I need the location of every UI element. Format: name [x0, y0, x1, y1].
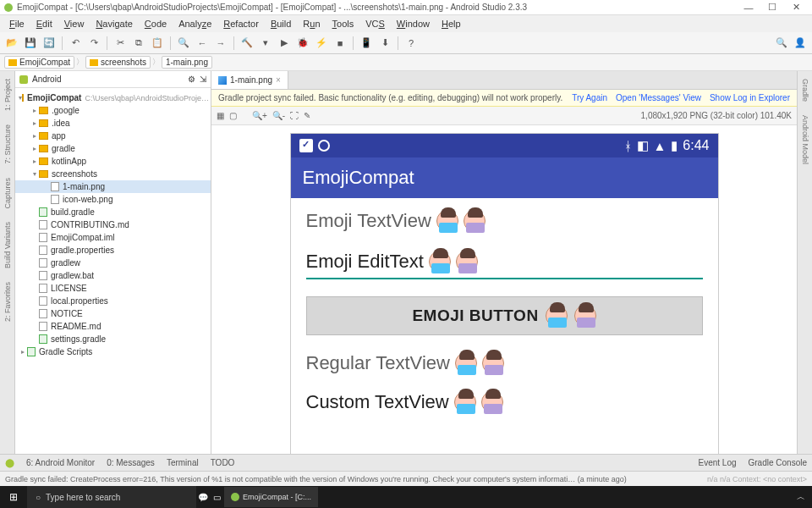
menu-refactor[interactable]: Refactor	[218, 17, 264, 30]
tree-collapse-icon[interactable]: ⇲	[200, 75, 206, 84]
tree-item[interactable]: ▸app	[15, 130, 211, 142]
emoji-button[interactable]: EMOJI BUTTON	[306, 296, 703, 335]
menu-file[interactable]: File	[4, 17, 30, 30]
tree-item[interactable]: gradlew	[15, 257, 211, 269]
notice-try-again-link[interactable]: Try Again	[572, 93, 607, 102]
taskbar-app[interactable]: EmojiCompat - [C:...	[224, 487, 318, 507]
tree-item[interactable]: ▸.idea	[15, 117, 211, 130]
tree-item[interactable]: gradlew.bat	[15, 269, 211, 282]
taskbar-search[interactable]: ○ Type here to search	[27, 486, 196, 508]
sdk-manager-icon[interactable]: ⬇	[377, 36, 392, 51]
tree-item[interactable]: ▸gradle	[15, 142, 211, 155]
zoom-out-icon[interactable]: 🔍-	[272, 111, 285, 120]
cut-icon[interactable]: ✂	[112, 36, 128, 51]
gutter-gradle[interactable]: Gradle	[801, 75, 809, 105]
zoom-fit-icon[interactable]: ⛶	[290, 111, 299, 120]
crumb-project[interactable]: EmojiCompat	[4, 56, 74, 69]
system-tray[interactable]: ︿	[790, 491, 812, 503]
open-icon[interactable]: 📂	[4, 36, 19, 51]
cortana-icon[interactable]: 💬	[196, 490, 210, 504]
tree-item[interactable]: local.properties	[15, 295, 211, 307]
tree-item[interactable]: CONTRIBUTING.md	[15, 218, 211, 231]
emoji-edittext[interactable]: Emoji EditText	[306, 249, 703, 279]
stop-icon[interactable]: ■	[332, 36, 348, 51]
start-button[interactable]: ⊞	[0, 491, 27, 503]
gutter-android-model[interactable]: Android Model	[801, 112, 809, 168]
save-icon[interactable]: 💾	[23, 36, 38, 51]
undo-icon[interactable]: ↶	[68, 36, 83, 51]
find-icon[interactable]: 🔍	[176, 36, 191, 51]
notice-open-messages-link[interactable]: Open 'Messages' View	[616, 93, 701, 102]
gutter-captures[interactable]: Captures	[3, 174, 12, 213]
menu-view[interactable]: View	[59, 17, 90, 30]
notice-show-log-link[interactable]: Show Log in Explorer	[710, 93, 790, 102]
sync-icon[interactable]: 🔄	[41, 36, 57, 51]
menu-edit[interactable]: Edit	[31, 17, 58, 30]
menu-build[interactable]: Build	[266, 17, 296, 30]
tab-todo[interactable]: TODO	[211, 458, 235, 467]
tree-item[interactable]: build.gradle	[15, 206, 211, 218]
menu-analyze[interactable]: Analyze	[173, 17, 217, 30]
menu-code[interactable]: Code	[140, 17, 172, 30]
tree-item[interactable]: ▸kotlinApp	[15, 155, 211, 168]
chevron-up-icon[interactable]: ︿	[797, 491, 805, 503]
gutter-build-variants[interactable]: Build Variants	[3, 218, 12, 272]
tree-mode-dropdown[interactable]: Android	[32, 75, 61, 84]
tree-item[interactable]: NOTICE	[15, 307, 211, 320]
tree-gradle-scripts[interactable]: ▸Gradle Scripts	[15, 345, 211, 358]
window-close-button[interactable]: ✕	[784, 2, 808, 13]
menu-vcs[interactable]: VCS	[360, 17, 390, 30]
tree-settings-icon[interactable]: ⚙	[188, 75, 195, 84]
tree-item[interactable]: ▾screenshots	[15, 168, 211, 180]
tree-item[interactable]: ▸.google	[15, 104, 211, 117]
gutter-structure[interactable]: 7: Structure	[3, 121, 12, 168]
menu-help[interactable]: Help	[436, 17, 466, 30]
tab-terminal[interactable]: Terminal	[167, 458, 199, 467]
help-icon[interactable]: ?	[403, 36, 419, 51]
tab-android-monitor[interactable]: 6: Android Monitor	[26, 458, 95, 467]
gutter-project[interactable]: 1: Project	[3, 75, 12, 114]
back-icon[interactable]: ←	[195, 36, 210, 51]
menu-tools[interactable]: Tools	[327, 17, 359, 30]
grid-icon[interactable]: ▦	[217, 111, 224, 120]
tab-gradle-console[interactable]: Gradle Console	[749, 458, 807, 467]
tree-item[interactable]: LICENSE	[15, 282, 211, 295]
menu-run[interactable]: Run	[298, 17, 325, 30]
forward-icon[interactable]: →	[213, 36, 228, 51]
editor-tab[interactable]: 1-main.png ×	[211, 71, 288, 89]
debug-icon[interactable]: 🐞	[295, 36, 310, 51]
redo-icon[interactable]: ↷	[86, 36, 102, 51]
apply-changes-icon[interactable]: ⚡	[314, 36, 329, 51]
tree-item[interactable]: icon-web.png	[15, 193, 211, 206]
paste-icon[interactable]: 📋	[150, 36, 165, 51]
tree-root[interactable]: ▾EmojiCompatC:\Users\qbap\AndroidStudioP…	[15, 91, 211, 104]
color-picker-icon[interactable]: ✎	[304, 111, 310, 120]
search-everywhere-icon[interactable]: 🔍	[774, 36, 789, 51]
tab-event-log[interactable]: Event Log	[698, 458, 736, 467]
task-view-icon[interactable]: ▭	[210, 490, 223, 504]
border-icon[interactable]: ▢	[229, 111, 237, 120]
tree-item[interactable]: gradle.properties	[15, 244, 211, 257]
tab-messages[interactable]: 0: Messages	[107, 458, 155, 467]
tree-item[interactable]: README.md	[15, 320, 211, 333]
zoom-in-icon[interactable]: 🔍+	[252, 111, 267, 120]
run-icon[interactable]: ▶	[277, 36, 292, 51]
tree-body[interactable]: ▾EmojiCompatC:\Users\qbap\AndroidStudioP…	[15, 88, 211, 454]
gutter-favorites[interactable]: 2: Favorites	[3, 279, 12, 325]
window-minimize-button[interactable]: —	[737, 3, 760, 13]
crumb-folder[interactable]: screenshots	[85, 56, 151, 69]
make-icon[interactable]: 🔨	[239, 36, 255, 51]
avd-manager-icon[interactable]: 📱	[359, 36, 374, 51]
window-maximize-button[interactable]: ☐	[760, 2, 784, 13]
menu-window[interactable]: Window	[392, 17, 435, 30]
tab-close-icon[interactable]: ×	[276, 75, 281, 85]
crumb-file[interactable]: 1-main.png	[162, 56, 212, 69]
config-dropdown[interactable]: ▾	[258, 36, 273, 51]
gravatar-icon[interactable]: 👤	[793, 36, 808, 51]
menu-navigate[interactable]: Navigate	[91, 17, 137, 30]
tree-item[interactable]: EmojiCompat.iml	[15, 231, 211, 244]
tree-item[interactable]: 1-main.png	[15, 180, 211, 193]
image-canvas[interactable]: ✓ ᚼ ◧ ▲ ▮ 6:44 EmojiCompat Emoji TextVie…	[211, 125, 797, 454]
copy-icon[interactable]: ⧉	[131, 36, 146, 51]
tree-item[interactable]: settings.gradle	[15, 333, 211, 345]
